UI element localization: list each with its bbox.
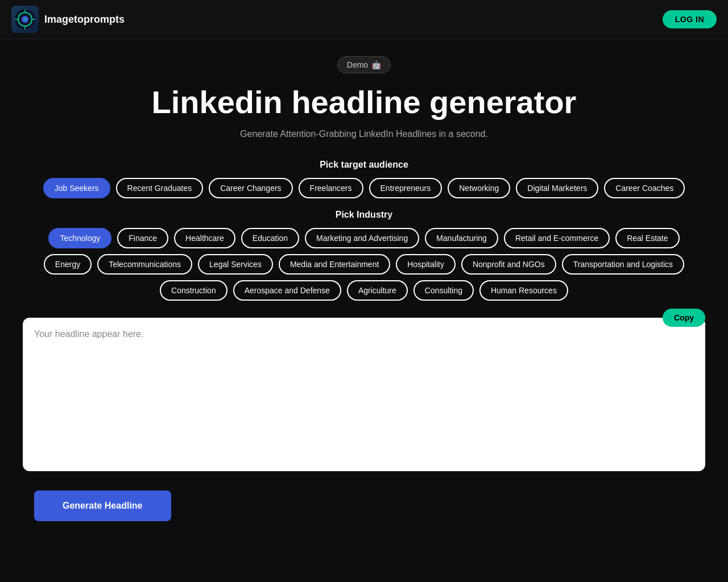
industry-pill-media-entertainment[interactable]: Media and Entertainment	[279, 254, 390, 275]
industry-pill-real-estate[interactable]: Real Estate	[615, 228, 679, 248]
industry-pill-energy[interactable]: Energy	[44, 254, 92, 275]
industry-section-label: Pick Industry	[336, 210, 392, 220]
industry-pill-consulting[interactable]: Consulting	[413, 280, 474, 301]
generate-button[interactable]: Generate Headline	[34, 490, 171, 521]
page-title: Linkedin headline generator	[152, 85, 577, 120]
industry-pill-legal-services[interactable]: Legal Services	[198, 254, 273, 275]
industry-pill-aerospace-defense[interactable]: Aerospace and Defense	[233, 280, 341, 301]
copy-button[interactable]: Copy	[663, 309, 705, 327]
audience-pill-career-changers[interactable]: Career Changers	[209, 178, 292, 198]
robot-icon: 🤖	[371, 60, 381, 69]
audience-pills-container: Job SeekersRecent GraduatesCareer Change…	[43, 178, 685, 198]
industry-pills-container: TechnologyFinanceHealthcareEducationMark…	[23, 228, 705, 301]
app-logo	[11, 6, 39, 33]
audience-pill-freelancers[interactable]: Freelancers	[299, 178, 363, 198]
industry-pill-telecommunications[interactable]: Telecommunications	[97, 254, 192, 275]
login-button[interactable]: LOG IN	[663, 10, 717, 28]
audience-pill-career-coaches[interactable]: Career Coaches	[604, 178, 685, 198]
audience-pill-digital-marketers[interactable]: Digital Marketers	[516, 178, 598, 198]
industry-pill-healthcare[interactable]: Healthcare	[174, 228, 235, 248]
industry-pill-agriculture[interactable]: Agriculture	[347, 280, 408, 301]
audience-section-label: Pick target audience	[320, 160, 408, 170]
industry-pill-marketing-advertising[interactable]: Marketing and Advertising	[305, 228, 419, 248]
industry-pill-retail-ecommerce[interactable]: Retail and E-commerce	[504, 228, 610, 248]
main-content: Demo 🤖 Linkedin headline generator Gener…	[0, 39, 728, 544]
industry-pill-education[interactable]: Education	[241, 228, 299, 248]
industry-pill-finance[interactable]: Finance	[117, 228, 168, 248]
industry-pill-hospitality[interactable]: Hospitality	[396, 254, 456, 275]
page-subtitle: Generate Attention-Grabbing LinkedIn Hea…	[240, 129, 488, 139]
industry-pill-manufacturing[interactable]: Manufacturing	[425, 228, 498, 248]
audience-pill-networking[interactable]: Networking	[448, 178, 510, 198]
industry-pill-human-resources[interactable]: Human Resources	[479, 280, 568, 301]
svg-point-3	[24, 18, 26, 20]
industry-pill-technology[interactable]: Technology	[48, 228, 111, 248]
demo-label: Demo	[347, 60, 368, 69]
demo-badge: Demo 🤖	[337, 56, 391, 73]
industry-pill-transportation-logistics[interactable]: Transportation and Logistics	[562, 254, 684, 275]
industry-pill-construction[interactable]: Construction	[160, 280, 228, 301]
output-container: Copy	[23, 318, 705, 473]
navbar-brand: Imagetoprompts	[11, 6, 125, 33]
navbar: Imagetoprompts LOG IN	[0, 0, 728, 39]
output-textarea[interactable]	[23, 318, 705, 471]
audience-pill-recent-graduates[interactable]: Recent Graduates	[116, 178, 204, 198]
navbar-title: Imagetoprompts	[44, 14, 125, 26]
industry-pill-nonprofit-ngos[interactable]: Nonprofit and NGOs	[461, 254, 556, 275]
audience-pill-entrepreneurs[interactable]: Entrepreneurs	[369, 178, 442, 198]
audience-pill-job-seekers[interactable]: Job Seekers	[43, 178, 110, 198]
